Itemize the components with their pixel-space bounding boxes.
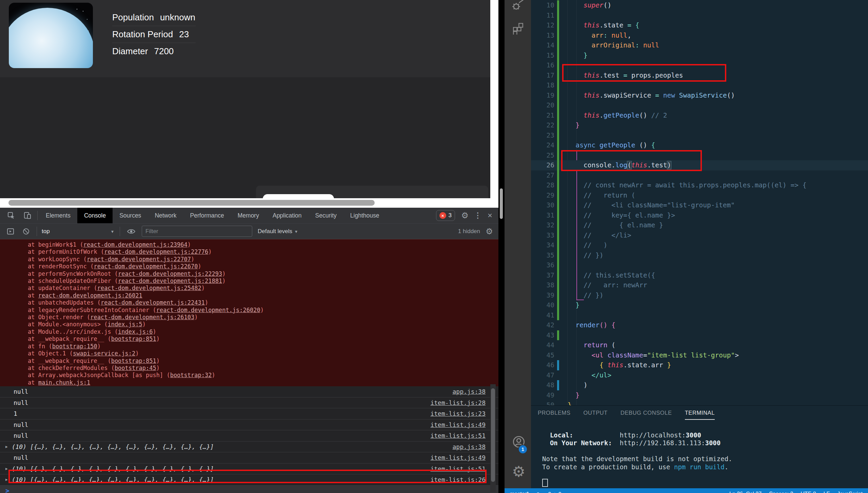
code-editor[interactable]: 10 super()1112 this.state = {13 arr: nul…	[531, 0, 868, 405]
javascript-context-select[interactable]: top ▾	[42, 228, 114, 235]
error-count-badge[interactable]: × 3	[436, 210, 455, 221]
extensions-icon[interactable]	[512, 22, 524, 35]
code-line-23[interactable]: 23	[531, 130, 868, 141]
macos-scrollbar-thumb[interactable]	[500, 188, 503, 219]
code-line-30[interactable]: 30 // <li className="list-group-item"	[531, 200, 868, 210]
stack-trace-link[interactable]: react-dom.development.js:25482	[97, 285, 201, 291]
status-item[interactable]: Spaces: 2	[769, 491, 793, 493]
status-item[interactable]: master*	[510, 491, 529, 493]
code-line-45[interactable]: 45 <ul className="item-list list-group">	[531, 350, 868, 361]
horizontal-scrollbar-thumb[interactable]	[8, 200, 375, 206]
code-line-14[interactable]: 14 arrOriginal: null	[531, 40, 868, 50]
stack-trace-link[interactable]: index.js:5	[107, 321, 142, 328]
code-line-27[interactable]: 27	[531, 170, 868, 181]
stack-trace-link[interactable]: react-dom.development.js:22431	[101, 299, 205, 306]
code-line-22[interactable]: 22 }	[531, 120, 868, 130]
devtools-tab-lighthouse[interactable]: Lighthouse	[343, 208, 386, 223]
run-debug-icon[interactable]	[512, 0, 524, 12]
code-line-33[interactable]: 33 // </li>	[531, 230, 868, 241]
console-source-link[interactable]: item-list.js:28	[430, 399, 486, 406]
code-line-37[interactable]: 37 // this.setState({	[531, 270, 868, 281]
page-vertical-scrollbar[interactable]	[490, 0, 498, 208]
stack-trace-link[interactable]: main.chunk.js:1	[38, 379, 91, 386]
stack-trace-link[interactable]: index.js:6	[118, 328, 153, 335]
stack-trace-link[interactable]: react-dom.development.js:21881	[118, 278, 222, 284]
code-line-47[interactable]: 47 </ul>	[531, 370, 868, 381]
log-levels-select[interactable]: Default levels ▾	[258, 228, 297, 235]
page-horizontal-scrollbar[interactable]	[0, 198, 490, 208]
panel-tab-problems[interactable]: PROBLEMS	[538, 410, 571, 420]
code-line-11[interactable]: 11	[531, 11, 868, 21]
devtools-tab-network[interactable]: Network	[148, 208, 183, 223]
stack-trace-link[interactable]: react-dom.development.js:22776	[104, 248, 208, 255]
devtools-settings-gear-icon[interactable]: ⚙	[460, 211, 469, 220]
code-line-46[interactable]: 46 { this.state.arr }	[531, 360, 868, 370]
expand-arrow-icon[interactable]: ▶	[5, 467, 8, 471]
stack-trace-link[interactable]: react-dom.development.js:26103	[90, 314, 194, 321]
devtools-tab-elements[interactable]: Elements	[39, 208, 77, 223]
status-item[interactable]: LF	[824, 491, 830, 493]
code-line-18[interactable]: 18	[531, 80, 868, 90]
status-item[interactable]: JavaScript	[837, 491, 863, 493]
manage-gear-icon[interactable]: ⚙	[512, 463, 525, 480]
stack-trace-link[interactable]: bootstrap:150	[52, 343, 97, 350]
console-prompt[interactable]: >	[0, 486, 498, 493]
inspect-element-icon[interactable]	[7, 211, 16, 220]
stack-trace-link[interactable]: react-dom.development.js:22293	[118, 270, 222, 277]
panel-tab-output[interactable]: OUTPUT	[584, 410, 608, 420]
code-line-36[interactable]: 36	[531, 260, 868, 270]
code-line-19[interactable]: 19 this.swapiService = new SwapiService(…	[531, 90, 868, 101]
code-line-35[interactable]: 35 // })	[531, 250, 868, 261]
stack-trace-link[interactable]: bootstrap:851	[111, 357, 156, 364]
console-source-link[interactable]: item-list.js:23	[430, 410, 486, 417]
stack-trace-link[interactable]: bootstrap:851	[111, 335, 156, 342]
console-filter-input[interactable]	[142, 226, 252, 237]
status-item[interactable]: Ln 26, Col 27	[729, 491, 762, 493]
code-line-21[interactable]: 21 this.getPeople() // 2	[531, 110, 868, 121]
console-settings-gear-icon[interactable]: ⚙	[485, 227, 494, 236]
code-line-32[interactable]: 32 // { el.name }	[531, 220, 868, 230]
code-line-50[interactable]: 50}	[531, 400, 868, 405]
code-line-13[interactable]: 13 arr: null,	[531, 30, 868, 41]
close-devtools-icon[interactable]: ×	[486, 211, 494, 220]
console-source-link[interactable]: app.js:38	[452, 388, 486, 395]
code-line-10[interactable]: 10 super()	[531, 0, 868, 11]
devtools-tab-performance[interactable]: Performance	[183, 208, 231, 223]
console-scrollbar[interactable]	[490, 384, 496, 492]
stack-trace-link[interactable]: react-dom.development.js:26021	[38, 292, 142, 299]
console-scrollbar-thumb[interactable]	[491, 388, 495, 482]
status-item[interactable]: 0 △ 0	[548, 491, 561, 493]
code-line-49[interactable]: 49 }	[531, 390, 868, 400]
stack-trace-link[interactable]: react-dom.development.js:22707	[87, 256, 191, 263]
code-line-31[interactable]: 31 // key={ el.name }>	[531, 210, 868, 221]
console-source-link[interactable]: app.js:38	[452, 443, 486, 450]
kebab-menu-icon[interactable]: ⋮	[473, 211, 482, 220]
panel-tab-terminal[interactable]: TERMINAL	[685, 410, 715, 420]
devtools-tab-console[interactable]: Console	[77, 208, 113, 223]
code-line-28[interactable]: 28 // const newArr = await this.props.pe…	[531, 180, 868, 190]
panel-tab-debug-console[interactable]: DEBUG CONSOLE	[620, 410, 672, 420]
console-source-link[interactable]: item-list.js:49	[430, 454, 486, 461]
terminal-output[interactable]: Local: http://localhost:3000 On Your Net…	[542, 431, 732, 488]
console-sidebar-icon[interactable]	[6, 227, 15, 236]
code-line-39[interactable]: 39 // })	[531, 290, 868, 301]
console-row[interactable]: ▶(10) [{…}, {…}, {…}, {…}, {…}, {…}, {…}…	[0, 441, 498, 453]
devtools-tab-sources[interactable]: Sources	[113, 208, 148, 223]
stack-trace-link[interactable]: react-dom.development.js:26020	[156, 307, 260, 313]
device-toolbar-icon[interactable]	[23, 211, 32, 220]
stack-trace-link[interactable]: bootstrap:45	[115, 365, 156, 371]
code-line-29[interactable]: 29 // return (	[531, 190, 868, 201]
code-line-12[interactable]: 12 this.state = {	[531, 20, 868, 30]
code-line-24[interactable]: 24 async getPeople () {	[531, 140, 868, 150]
stack-trace-link[interactable]: swapi-service.js:2	[73, 350, 135, 357]
devtools-tab-memory[interactable]: Memory	[231, 208, 266, 223]
code-line-42[interactable]: 42 render() {	[531, 320, 868, 330]
code-line-41[interactable]: 41	[531, 310, 868, 321]
expand-arrow-icon[interactable]: ▶	[5, 477, 8, 482]
clear-console-icon[interactable]	[22, 227, 31, 236]
code-line-40[interactable]: 40 }	[531, 300, 868, 310]
code-line-48[interactable]: 48 )	[531, 380, 868, 390]
code-line-44[interactable]: 44 return (	[531, 340, 868, 350]
devtools-tab-security[interactable]: Security	[309, 208, 343, 223]
stack-trace-link[interactable]: react-dom.development.js:22670	[94, 263, 198, 270]
